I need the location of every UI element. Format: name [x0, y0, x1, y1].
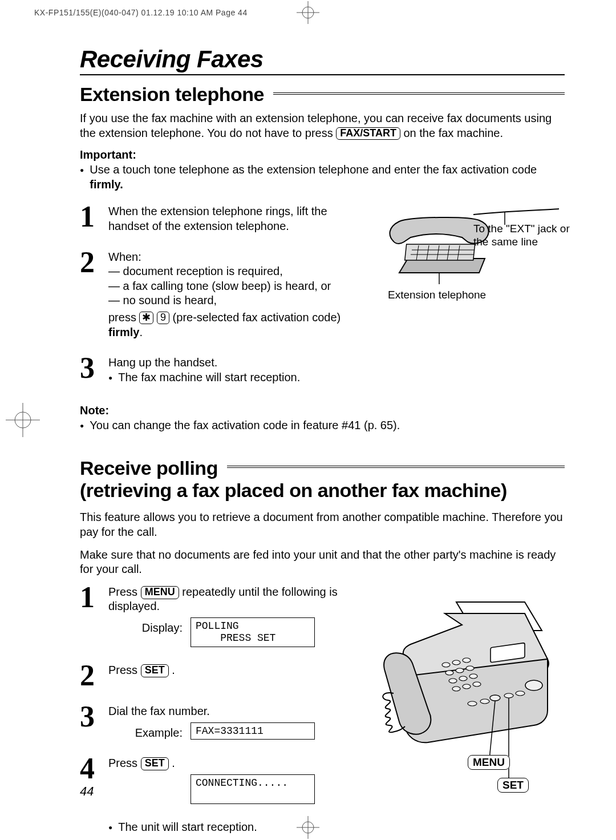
s2s4-post: . [172, 757, 175, 769]
section2-step3: 3 Dial the fax number. Example: FAX=3331… [80, 704, 354, 740]
svg-point-24 [466, 666, 474, 671]
section1-step2: 2 When: — document reception is required… [80, 250, 354, 340]
step2-l3: — no sound is heard, [108, 293, 354, 308]
step-number: 3 [80, 356, 106, 385]
step2-press-end: . [139, 326, 143, 338]
svg-point-20 [452, 660, 460, 665]
fax-machine-figure: MENU SET [376, 585, 565, 839]
svg-point-37 [516, 691, 525, 696]
s2s4-final-bullet: The unit will start reception. [118, 820, 257, 835]
step3-l1: Hang up the handset. [108, 356, 354, 370]
svg-point-30 [473, 682, 481, 686]
step2-press-mid: (pre-selected fax activation code) [173, 311, 341, 324]
set-button-label: SET [141, 757, 169, 770]
note-bullet-text: You can change the fax activation code i… [90, 418, 400, 433]
s2s2-post: . [172, 664, 175, 676]
section1-heading: Extension telephone [80, 83, 565, 106]
menu-button-label: MENU [141, 586, 179, 599]
figure-label-ext-jack: To the "EXT" jack or the same line [473, 223, 570, 249]
s2s4-pre: Press [108, 757, 141, 769]
heading-rule [227, 466, 565, 470]
section2-intro1: This feature allows you to retrieve a do… [80, 510, 565, 539]
section1-heading-text: Extension telephone [80, 83, 264, 106]
step2-l1: — document reception is required, [108, 264, 354, 279]
s2-step2-text: Press SET . [108, 663, 354, 688]
section2-heading-line2: (retrieving a fax placed on another fax … [80, 479, 565, 502]
print-header: KX-FP151/155(E)(040-047) 01.12.19 10:10 … [34, 8, 248, 17]
example-label: Example: [108, 722, 191, 741]
s2-step3-text: Dial the fax number. Example: FAX=333111… [108, 704, 354, 740]
svg-point-26 [459, 676, 467, 681]
section2-heading-line1: Receive polling [80, 457, 218, 479]
step1-text: When the extension telephone rings, lift… [108, 204, 354, 233]
important-bullet-pre: Use a touch tone telephone as the extens… [90, 163, 537, 176]
section2-intro2: Make sure that no documents are fed into… [80, 548, 565, 577]
svg-point-19 [442, 663, 450, 667]
faxstart-button-label: FAX/START [336, 127, 400, 140]
svg-point-35 [480, 699, 489, 704]
figure-label-extension-telephone: Extension telephone [388, 289, 486, 302]
crop-mark-left [6, 403, 40, 437]
svg-point-33 [525, 680, 542, 690]
section1-intro-post: on the fax machine. [403, 127, 503, 139]
spacer-label [108, 774, 191, 778]
telephone-icon [376, 204, 565, 321]
s2s3-line: Dial the fax number. [108, 704, 354, 719]
svg-rect-10 [405, 244, 475, 260]
lcd-display-polling: POLLING PRESS SET [191, 617, 315, 647]
display-label: Display: [108, 617, 191, 636]
section2-step1: 1 Press MENU repeatedly until the follow… [80, 585, 354, 647]
section1-step3: 3 Hang up the handset. The fax machine w… [80, 356, 354, 385]
star-key-label: ✱ [139, 312, 153, 324]
step-number: 1 [80, 585, 106, 647]
svg-point-22 [445, 671, 453, 675]
svg-point-29 [463, 684, 471, 689]
set-button-label: SET [141, 664, 169, 677]
svg-point-25 [449, 679, 457, 683]
nine-key-label: 9 [157, 312, 169, 324]
s2s2-pre: Press [108, 664, 141, 676]
step2-when: When: [108, 250, 354, 265]
step-number: 1 [80, 204, 106, 233]
extension-telephone-figure: To the "EXT" jack or the same line Exten… [376, 204, 565, 401]
page-title: Receiving Faxes [80, 46, 565, 73]
note-label: Note: [80, 404, 565, 417]
section1-intro: If you use the fax machine with an exten… [80, 111, 565, 140]
section2-heading: Receive polling (retrieving a fax placed… [80, 457, 565, 502]
svg-point-28 [452, 686, 460, 691]
s2s1-pre: Press [108, 585, 141, 598]
s2-step1-text: Press MENU repeatedly until the followin… [108, 585, 354, 647]
svg-point-34 [468, 701, 477, 706]
svg-point-23 [456, 668, 464, 673]
step3-bullet: The fax machine will start reception. [118, 370, 300, 385]
step2-l2: — a fax calling tone (slow beep) is hear… [108, 279, 354, 294]
section2-step4: 4 Press SET . CONNECTING..... The unit w… [80, 756, 354, 834]
step-number: 3 [80, 704, 106, 740]
section1-step1: 1 When the extension telephone rings, li… [80, 204, 354, 233]
figure-menu-button: MENU [468, 755, 510, 770]
svg-point-21 [463, 658, 471, 663]
figure-set-button: SET [497, 778, 529, 793]
step3-text: Hang up the handset. The fax machine wil… [108, 356, 354, 385]
s2-step4-text: Press SET . CONNECTING..... The unit wil… [108, 756, 354, 834]
step2-text: When: — document reception is required, … [108, 250, 354, 340]
page-number: 44 [80, 784, 94, 799]
step-number: 2 [80, 250, 106, 340]
important-label: Important: [80, 148, 565, 161]
lcd-display-connecting: CONNECTING..... [191, 774, 315, 804]
step2-press-pre: press [108, 311, 139, 324]
note-bullet: You can change the fax activation code i… [80, 418, 565, 433]
heading-rule [273, 92, 565, 97]
svg-point-27 [469, 674, 477, 679]
step-number: 2 [80, 663, 106, 688]
lcd-display-fax-number: FAX=3331111 [191, 722, 315, 740]
section2-step2: 2 Press SET . [80, 663, 354, 688]
important-bullet-bold: firmly. [90, 178, 123, 191]
title-rule [80, 74, 565, 75]
crop-mark-top [297, 1, 319, 24]
important-bullet: Use a touch tone telephone as the extens… [80, 163, 565, 192]
svg-point-36 [504, 693, 513, 698]
step2-press-bold: firmly [108, 326, 139, 338]
svg-point-32 [490, 695, 500, 701]
